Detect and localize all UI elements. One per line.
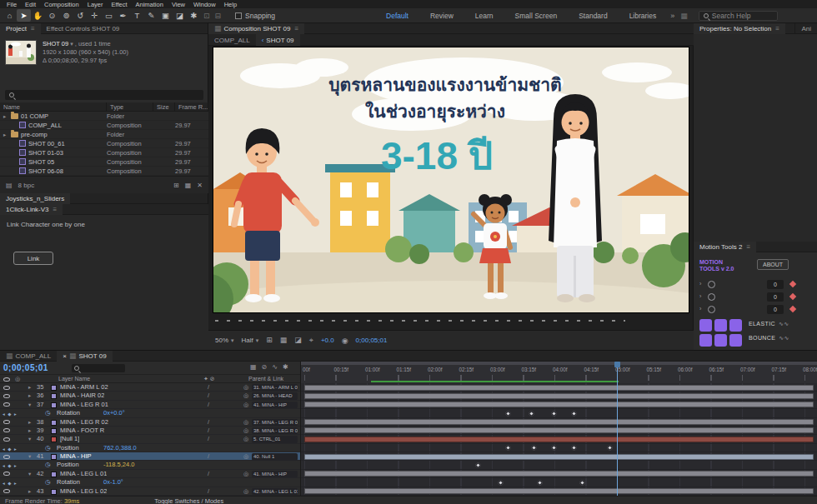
current-time-indicator-handle[interactable] [614, 362, 620, 367]
layer-name-header[interactable]: Layer Name [58, 376, 90, 382]
workspace-default[interactable]: Default [375, 12, 419, 20]
pickwhip-icon[interactable]: ◎ [243, 452, 248, 461]
keyframe-icon[interactable] [579, 480, 585, 486]
property-row[interactable]: ◂ ◆ ▸◷Rotation0x-1.0° [0, 478, 300, 487]
mask-toggle-icon[interactable]: ◪ [294, 336, 302, 345]
pickwhip-icon[interactable]: ◎ [243, 470, 248, 478]
layer-track[interactable] [301, 470, 817, 478]
panel-menu-icon[interactable]: ≡ [775, 25, 779, 32]
layer-duration-bar[interactable] [304, 454, 814, 460]
layer-row[interactable]: ▾37MINA - LEG R 01/◎41. MINA - HIP [0, 401, 300, 409]
property-row[interactable]: ◂ ◆ ▸◷Rotation0x+0.0° [0, 409, 300, 417]
twirl-icon[interactable]: ▾ [28, 435, 31, 443]
parent-select[interactable]: 41. MINA - HIP [252, 402, 298, 409]
label-color-chip[interactable] [51, 437, 57, 442]
grid-options-icon[interactable]: ⊞ [266, 336, 273, 345]
property-track[interactable] [301, 461, 817, 469]
twirl-icon[interactable]: ▸ [28, 427, 31, 435]
twirl-icon[interactable]: ▸ [3, 112, 8, 120]
motion-blur-icon[interactable]: ⊘ [262, 363, 268, 371]
twirl-icon[interactable]: ▸ [3, 130, 8, 138]
layer-duration-bar[interactable] [304, 402, 814, 407]
slider-value-input[interactable]: 0 [767, 280, 784, 289]
snapshot-camera-icon[interactable]: ◉ [342, 337, 348, 345]
property-value[interactable]: 0x-1.0° [103, 478, 123, 487]
expand-icon[interactable]: › [699, 293, 701, 299]
panel-menu-icon[interactable]: ≡ [31, 25, 35, 32]
keyframe-diamond-icon[interactable] [789, 306, 796, 312]
tab-composition[interactable]: ▦ Composition SHOT 09 ≡ [208, 23, 304, 34]
project-row[interactable]: SHOT 00_61Composition29.97 [0, 139, 208, 148]
eraser-tool-icon[interactable]: ◪ [173, 9, 187, 22]
preset-tile[interactable] [714, 334, 727, 347]
label-color-chip[interactable] [51, 402, 57, 408]
toggle-switches-modes-button[interactable]: Toggle Switches / Modes [154, 497, 223, 504]
slider-value-input[interactable]: 0 [767, 292, 784, 302]
keyframe-diamond-icon[interactable] [789, 293, 796, 300]
viewer-tab-comp-all[interactable]: COMP_ALL [208, 34, 256, 46]
pickwhip-icon[interactable]: ◎ [243, 418, 248, 427]
keyframe-icon[interactable] [505, 445, 511, 451]
tab-animation-composer[interactable]: Ani [794, 23, 817, 34]
preset-tile[interactable] [699, 319, 712, 332]
link-button[interactable]: Link [13, 252, 53, 265]
twirl-icon[interactable]: ▾ [28, 452, 31, 461]
twirl-icon[interactable]: ▸ [28, 392, 31, 400]
tab-effect-controls[interactable]: Effect Controls SHOT 09 [41, 23, 126, 34]
keyframe-icon[interactable] [607, 445, 613, 451]
parent-select[interactable]: 31. MINA - ARM L 01 [252, 384, 298, 392]
layer-duration-bar[interactable] [304, 427, 814, 433]
column-header-name[interactable]: Name [0, 102, 107, 111]
layer-track[interactable] [301, 487, 817, 496]
workspace-standard[interactable]: Standard [568, 12, 619, 20]
tab-project[interactable]: Project ≡ [0, 23, 41, 34]
pickwhip-icon[interactable]: ◎ [243, 427, 248, 435]
zoom-tool-icon[interactable]: ⊙ [45, 9, 59, 22]
visibility-eye-icon[interactable] [3, 428, 10, 432]
layer-duration-bar[interactable] [304, 488, 814, 494]
workspace-grid-icon[interactable]: ▦ [680, 12, 688, 20]
hand-tool-icon[interactable]: ✋ [31, 9, 45, 22]
project-flowchart-icon[interactable]: ▤ [6, 182, 13, 189]
label-color-chip[interactable] [51, 454, 57, 460]
layer-row[interactable]: ▸35MINA - ARM L 02/◎31. MINA - ARM L 01 [0, 383, 300, 392]
layer-duration-bar[interactable] [304, 385, 814, 391]
pickwhip-icon[interactable]: ◎ [243, 435, 248, 443]
stamp-tool-icon[interactable]: ▣ [158, 9, 173, 22]
menu-help[interactable]: Help [220, 1, 241, 8]
keyframe-icon[interactable] [475, 462, 481, 468]
layer-quality-icon[interactable]: / [208, 435, 209, 443]
menu-file[interactable]: File [3, 1, 21, 8]
visibility-eye-icon[interactable] [3, 455, 10, 459]
menu-effect[interactable]: Effect [107, 1, 131, 8]
layer-track[interactable] [301, 418, 817, 427]
timeline-tab-shot-09[interactable]: × ▦ SHOT 09 [57, 351, 112, 362]
twirl-icon[interactable]: ▸ [28, 487, 31, 496]
layer-quality-icon[interactable]: / [208, 427, 209, 435]
stopwatch-icon[interactable]: ◷ [45, 461, 51, 469]
layer-duration-bar[interactable] [304, 393, 814, 399]
project-row[interactable]: SHOT 01-03Composition29.97 [0, 148, 208, 157]
property-track[interactable] [301, 444, 817, 452]
stopwatch-icon[interactable]: ◷ [45, 478, 51, 487]
parent-select[interactable]: 38. MINA - LEG R 02 [252, 427, 298, 435]
label-color-chip[interactable] [51, 385, 57, 391]
parent-select[interactable]: 40. Null 1 [252, 453, 298, 461]
delete-icon[interactable]: ✕ [197, 182, 203, 189]
exposure-control[interactable]: +0.0 [321, 337, 334, 344]
workspace-libraries[interactable]: Libraries [619, 12, 668, 20]
layer-duration-bar[interactable] [304, 437, 814, 442]
twirl-icon[interactable]: ▾ [28, 470, 31, 478]
resolution-select[interactable]: Half ▾ [242, 337, 259, 344]
current-time-indicator[interactable] [617, 362, 618, 496]
layer-quality-icon[interactable]: / [208, 418, 209, 427]
workspace-learn[interactable]: Learn [464, 12, 504, 20]
layer-row[interactable]: ▾40[Null 1]/◎5. CTRL_01 [0, 435, 300, 443]
visibility-eye-icon[interactable] [3, 386, 10, 390]
slider-knob[interactable] [708, 281, 715, 288]
shape-tool-icon[interactable]: ▭ [102, 9, 116, 22]
keyframe-icon[interactable] [571, 445, 577, 451]
layer-track[interactable] [301, 383, 817, 392]
pen-tool-icon[interactable]: ✒ [116, 9, 130, 22]
property-value[interactable]: -118.5,24.0 [103, 461, 134, 469]
